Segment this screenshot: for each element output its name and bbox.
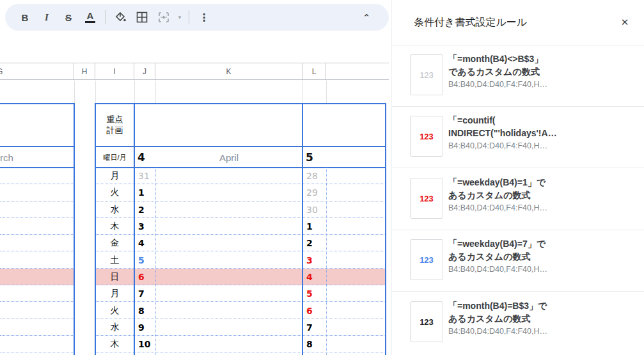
- calendar-row: 火 8 6: [0, 302, 389, 319]
- format-rule-item[interactable]: 123 「=month(B4)<>B$3」 であるカスタムの数式 B4:B40,…: [392, 45, 644, 107]
- column-header-l[interactable]: L: [302, 63, 326, 79]
- merge-cells-icon: [157, 12, 170, 23]
- column-header-m[interactable]: [326, 63, 389, 79]
- gridline: [155, 81, 156, 103]
- calendar-row: 火 1 29: [0, 184, 389, 201]
- row-band-left[interactable]: [0, 168, 74, 184]
- weekday-month-header-cell[interactable]: 曜日/月: [95, 147, 134, 168]
- paint-bucket-icon: [114, 12, 127, 24]
- table-gridline: [155, 168, 156, 355]
- format-rule-item[interactable]: 123 「=countif( INDIRECT("'holidays'!A… B…: [392, 107, 644, 168]
- weekday-cell[interactable]: 月: [95, 285, 134, 302]
- calendar-row: 木 10 8: [0, 336, 389, 352]
- toolbar-divider: [189, 10, 189, 24]
- text-color-button[interactable]: A: [79, 8, 101, 27]
- formatting-toolbar: B I S A ▾ ⋮ ⌃: [5, 4, 389, 31]
- spreadsheet-area: G H I J K L rch 重点計画 曜日/月 4 April 5 月 31…: [0, 35, 391, 355]
- more-options-button[interactable]: ⋮: [193, 8, 215, 27]
- focus-plan-cell[interactable]: 重点計画: [95, 104, 134, 146]
- april-name-cell[interactable]: April: [155, 147, 302, 168]
- april-day-cell[interactable]: 4: [134, 235, 155, 251]
- row-band-left[interactable]: [0, 269, 74, 285]
- may-day-cell[interactable]: 28: [302, 168, 326, 184]
- may-day-cell[interactable]: 8: [302, 336, 326, 352]
- gridline: [326, 81, 327, 103]
- weekday-cell[interactable]: 木: [95, 218, 134, 235]
- may-day-cell[interactable]: 4: [302, 269, 326, 285]
- text-color-letter: A: [87, 12, 94, 20]
- conditional-format-panel: 条件付き書式設定ルール ✕ 123 「=month(B4)<>B$3」 であるカ…: [391, 0, 644, 355]
- rule-preview: 123: [410, 301, 443, 342]
- row-band-left[interactable]: [0, 201, 74, 218]
- april-day-cell[interactable]: 9: [134, 319, 155, 336]
- weekday-cell[interactable]: 水: [95, 201, 134, 218]
- rule-range: B4:B40,D4:D40,F4:F40,H…: [448, 327, 634, 336]
- may-day-cell[interactable]: 7: [302, 319, 326, 336]
- calendar-row: 水 2 30: [0, 201, 389, 218]
- may-day-cell[interactable]: 30: [302, 201, 326, 218]
- text-color-bar: [85, 21, 95, 23]
- row-band-left[interactable]: [0, 251, 74, 268]
- column-header-g[interactable]: G: [0, 63, 74, 79]
- weekday-cell[interactable]: 水: [95, 319, 134, 336]
- weekday-cell[interactable]: 日: [95, 269, 134, 285]
- column-header-row: G H I J K L: [0, 63, 389, 80]
- may-day-cell[interactable]: 3: [302, 251, 326, 268]
- may-day-cell[interactable]: 29: [302, 184, 326, 201]
- borders-grid-icon: [136, 12, 148, 23]
- row-band-left[interactable]: [0, 319, 74, 336]
- table-border: [95, 103, 96, 355]
- row-band-left[interactable]: [0, 285, 74, 302]
- weekday-cell[interactable]: 月: [95, 168, 134, 184]
- column-header-k[interactable]: K: [155, 63, 302, 79]
- may-day-cell[interactable]: 1: [302, 218, 326, 235]
- april-day-cell[interactable]: 31: [134, 168, 155, 184]
- april-day-cell[interactable]: 8: [134, 302, 155, 319]
- row-band-left[interactable]: [0, 218, 74, 235]
- april-day-cell[interactable]: 1: [134, 184, 155, 201]
- row-band-left[interactable]: [0, 302, 74, 319]
- gridline: [134, 81, 135, 103]
- bold-button[interactable]: B: [14, 8, 36, 27]
- weekday-cell[interactable]: 土: [95, 251, 134, 268]
- may-number-cell[interactable]: 5: [302, 147, 326, 168]
- collapse-toolbar-button[interactable]: ⌃: [356, 8, 377, 27]
- rule-preview: 123: [410, 116, 443, 157]
- may-day-cell[interactable]: 2: [302, 235, 326, 251]
- april-day-cell[interactable]: 10: [134, 336, 155, 352]
- strikethrough-button[interactable]: S: [58, 8, 79, 27]
- april-day-cell[interactable]: 5: [134, 251, 155, 268]
- italic-button[interactable]: I: [36, 8, 58, 27]
- column-header-j[interactable]: J: [134, 63, 155, 79]
- weekday-cell[interactable]: 金: [95, 235, 134, 251]
- april-day-cell[interactable]: 6: [134, 269, 155, 285]
- format-rule-item[interactable]: 123 「=weekday(B4)=1」で あるカスタムの数式 B4:B40,D…: [392, 169, 644, 230]
- weekday-cell[interactable]: 火: [95, 184, 134, 201]
- table-border: [74, 103, 75, 355]
- row-band-left[interactable]: [0, 336, 74, 352]
- april-day-cell[interactable]: 2: [134, 201, 155, 218]
- row-band-left[interactable]: [0, 184, 74, 201]
- column-header-i[interactable]: I: [95, 63, 134, 79]
- march-label-cell[interactable]: rch: [0, 147, 19, 168]
- merge-dropdown-arrow[interactable]: ▾: [175, 8, 185, 27]
- fill-color-icon[interactable]: [109, 8, 131, 27]
- table-border: [385, 103, 386, 355]
- may-day-cell[interactable]: 5: [302, 285, 326, 302]
- format-rule-item[interactable]: 123 「=month(B4)=B$3」で あるカスタムの数式 B4:B40,D…: [392, 292, 644, 354]
- borders-button[interactable]: [131, 8, 153, 27]
- rule-range: B4:B40,D4:D40,F4:F40,H…: [448, 80, 634, 89]
- close-icon[interactable]: ✕: [616, 13, 634, 31]
- format-rule-item[interactable]: 123 「=weekday(B4)=7」で あるカスタムの数式 B4:B40,D…: [392, 230, 644, 292]
- rule-range: B4:B40,D4:D40,F4:F40,H…: [448, 265, 634, 274]
- rule-preview: 123: [410, 178, 443, 219]
- rule-range: B4:B40,D4:D40,F4:F40,H…: [448, 203, 634, 212]
- april-number-cell[interactable]: 4: [134, 147, 155, 168]
- weekday-cell[interactable]: 火: [95, 302, 134, 319]
- row-band-left[interactable]: [0, 235, 74, 251]
- april-day-cell[interactable]: 7: [134, 285, 155, 302]
- may-day-cell[interactable]: 6: [302, 302, 326, 319]
- april-day-cell[interactable]: 3: [134, 218, 155, 235]
- column-header-h[interactable]: H: [74, 63, 95, 79]
- weekday-cell[interactable]: 木: [95, 336, 134, 352]
